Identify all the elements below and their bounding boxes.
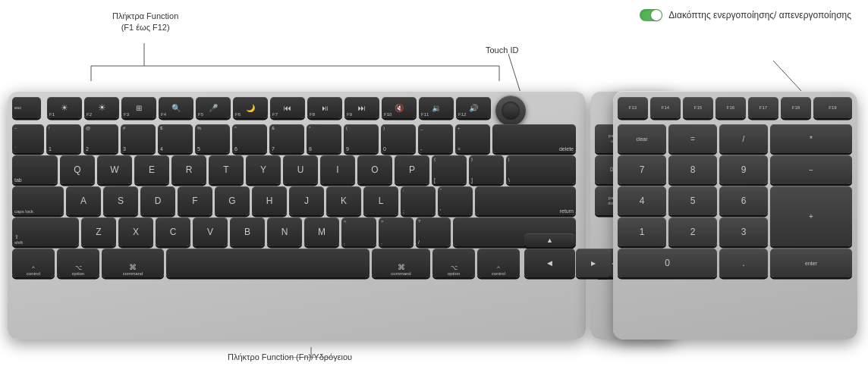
key-8[interactable]: *8 xyxy=(307,124,341,153)
key-lbracket[interactable]: {[ xyxy=(432,155,467,184)
key-6[interactable]: ^6 xyxy=(232,124,267,153)
key-d[interactable]: D xyxy=(140,186,175,215)
key-left[interactable]: ◀ xyxy=(524,249,575,277)
key-f3[interactable]: F3 ⊞ xyxy=(121,97,156,118)
key-f12[interactable]: F12 🔊 xyxy=(456,97,491,118)
key-clear[interactable]: clear xyxy=(618,124,666,153)
key-f7[interactable]: F7 ⏮ xyxy=(270,97,305,118)
key-np-equal[interactable]: = xyxy=(668,124,717,153)
key-2[interactable]: @2 xyxy=(83,124,118,153)
key-s[interactable]: S xyxy=(103,186,138,215)
key-q[interactable]: Q xyxy=(60,155,95,184)
key-np-8[interactable]: 8 xyxy=(668,155,717,184)
toggle-track[interactable] xyxy=(640,9,662,21)
key-f5[interactable]: F5 🎤 xyxy=(196,97,231,118)
key-np-decimal[interactable]: . xyxy=(719,249,768,277)
key-return[interactable]: return xyxy=(475,186,576,215)
key-np-minus[interactable]: − xyxy=(770,155,852,184)
key-touch-id[interactable] xyxy=(495,95,526,126)
key-caps-lock[interactable]: caps lock xyxy=(12,186,64,215)
key-control-right[interactable]: ^ control xyxy=(477,249,520,277)
key-f18[interactable]: F18 xyxy=(781,97,811,118)
key-command-left[interactable]: ⌘ command xyxy=(102,249,164,277)
key-v[interactable]: V xyxy=(193,218,228,246)
key-7[interactable]: &7 xyxy=(269,124,304,153)
key-o[interactable]: O xyxy=(357,155,392,184)
key-c[interactable]: C xyxy=(156,218,190,246)
key-backtick[interactable]: ~` xyxy=(12,124,44,153)
key-f10[interactable]: F10 🔇 xyxy=(382,97,417,118)
key-f4[interactable]: F4 🔍 xyxy=(159,97,193,118)
key-k[interactable]: K xyxy=(326,186,361,215)
key-f19[interactable]: F19 xyxy=(813,97,852,118)
key-np-3[interactable]: 3 xyxy=(719,218,768,246)
key-lshift[interactable]: ⇧shift xyxy=(12,218,79,246)
power-toggle[interactable]: Διακόπτης ενεργοποίησης/ απενεργοποίησης xyxy=(640,9,851,21)
key-np-enter[interactable]: enter xyxy=(770,249,852,277)
key-h[interactable]: H xyxy=(252,186,287,215)
key-w[interactable]: W xyxy=(97,155,132,184)
key-u[interactable]: U xyxy=(283,155,318,184)
key-np-5[interactable]: 5 xyxy=(668,186,717,215)
key-np-asterisk[interactable]: * xyxy=(770,124,852,153)
key-quote[interactable]: "' xyxy=(438,186,473,215)
key-np-0[interactable]: 0 xyxy=(618,249,717,277)
key-g[interactable]: G xyxy=(215,186,250,215)
key-minus[interactable]: _- xyxy=(418,124,453,153)
key-i[interactable]: I xyxy=(320,155,355,184)
key-option-right[interactable]: ⌥ option xyxy=(432,249,475,277)
key-control-left[interactable]: ^ control xyxy=(12,249,55,277)
key-j[interactable]: J xyxy=(289,186,324,215)
key-period[interactable]: >. xyxy=(379,218,414,246)
key-space[interactable] xyxy=(166,249,370,277)
key-p[interactable]: P xyxy=(395,155,429,184)
key-np-9[interactable]: 9 xyxy=(719,155,768,184)
key-f11[interactable]: F11 🔉 xyxy=(419,97,454,118)
key-command-right[interactable]: ⌘ command xyxy=(372,249,430,277)
key-5[interactable]: %5 xyxy=(195,124,230,153)
key-f17[interactable]: F17 xyxy=(748,97,778,118)
key-z[interactable]: Z xyxy=(81,218,116,246)
key-f1[interactable]: F1 ☀ xyxy=(47,97,82,118)
key-e[interactable]: E xyxy=(134,155,169,184)
key-f15[interactable]: F15 xyxy=(683,97,713,118)
key-f16[interactable]: F16 xyxy=(715,97,746,118)
key-f6[interactable]: F6 🌙 xyxy=(233,97,268,118)
key-np-2[interactable]: 2 xyxy=(668,218,717,246)
key-0[interactable]: )0 xyxy=(381,124,416,153)
key-f8[interactable]: F8 ⏯ xyxy=(307,97,342,118)
key-y[interactable]: Y xyxy=(246,155,281,184)
key-t[interactable]: T xyxy=(209,155,244,184)
key-a[interactable]: A xyxy=(66,186,101,215)
key-option-left[interactable]: ⌥ option xyxy=(57,249,99,277)
key-rbracket[interactable]: }] xyxy=(469,155,504,184)
key-up[interactable]: ▲ xyxy=(524,233,575,247)
key-9[interactable]: (9 xyxy=(344,124,379,153)
key-b[interactable]: B xyxy=(230,218,265,246)
key-tab[interactable]: tab xyxy=(12,155,58,184)
key-comma[interactable]: <, xyxy=(341,218,376,246)
key-np-slash[interactable]: / xyxy=(719,124,768,153)
key-arrow-right[interactable]: ▶ xyxy=(576,249,611,277)
key-l[interactable]: L xyxy=(363,186,398,215)
key-m[interactable]: M xyxy=(304,218,339,246)
key-np-plus[interactable]: + xyxy=(770,186,852,246)
key-np-1[interactable]: 1 xyxy=(618,218,666,246)
key-np-7[interactable]: 7 xyxy=(618,155,666,184)
key-f2[interactable]: F2 ☀ xyxy=(84,97,119,118)
key-r[interactable]: R xyxy=(171,155,206,184)
key-3[interactable]: #3 xyxy=(121,124,156,153)
key-f13[interactable]: F13 xyxy=(618,97,648,118)
key-f[interactable]: F xyxy=(178,186,212,215)
key-4[interactable]: $4 xyxy=(158,124,193,153)
key-np-4[interactable]: 4 xyxy=(618,186,666,215)
key-backslash[interactable]: |\ xyxy=(506,155,576,184)
key-f14[interactable]: F14 xyxy=(650,97,681,118)
key-slash[interactable]: ?/ xyxy=(416,218,451,246)
key-semicolon[interactable]: :; xyxy=(401,186,436,215)
key-n[interactable]: N xyxy=(267,218,302,246)
key-1[interactable]: !1 xyxy=(46,124,81,153)
key-x[interactable]: X xyxy=(118,218,153,246)
key-delete[interactable]: delete xyxy=(492,124,576,153)
key-f9[interactable]: F9 ⏭ xyxy=(344,97,379,118)
